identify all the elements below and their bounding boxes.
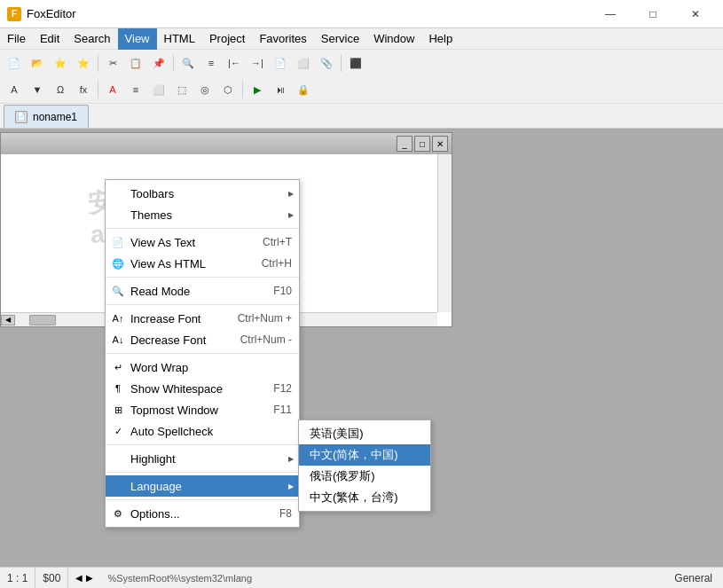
increase-font-shortcut: Ctrl+Num + bbox=[238, 312, 292, 325]
language-submenu: 英语(美国) 中文(简体，中国) 俄语(俄罗斯) 中文(繁体，台湾) bbox=[298, 419, 431, 512]
path-label: %SystemRoot%\system32\mlang bbox=[107, 573, 252, 584]
close-button[interactable]: ✕ bbox=[675, 1, 716, 27]
tb-b8[interactable]: 📄 bbox=[270, 52, 291, 74]
lang-chinese-simplified-label: 中文(简体，中国) bbox=[310, 447, 398, 463]
tb2-b2[interactable]: ▼ bbox=[27, 79, 48, 100]
tb-b5[interactable]: ≡ bbox=[200, 52, 222, 74]
menu-view-as-text[interactable]: 📄 View As Text Ctrl+T bbox=[106, 231, 299, 253]
menu-language[interactable]: Language bbox=[106, 475, 299, 497]
menu-highlight[interactable]: Highlight bbox=[106, 448, 299, 469]
editor-content[interactable] bbox=[1, 154, 452, 161]
menu-read-mode[interactable]: 🔍 Read Mode F10 bbox=[106, 280, 299, 302]
lang-chinese-traditional-label: 中文(繁体，台湾) bbox=[310, 490, 398, 506]
themes-label: Themes bbox=[130, 208, 172, 222]
menu-themes[interactable]: Themes bbox=[106, 204, 299, 225]
menu-help[interactable]: Help bbox=[421, 28, 460, 50]
menu-topmost-window[interactable]: ⊞ Topmost Window F11 bbox=[106, 399, 299, 420]
editor-scrollbar-right[interactable] bbox=[437, 154, 452, 312]
tb2-b10[interactable]: ⬡ bbox=[217, 79, 239, 100]
menu-word-wrap[interactable]: ↵ Word Wrap bbox=[106, 357, 299, 378]
main-area: _ □ ✕ ◀ 安下载 anxz.com Toolbars bbox=[0, 129, 723, 567]
tb2-lock[interactable]: 🔒 bbox=[293, 79, 314, 100]
tb2-color[interactable]: A bbox=[102, 79, 123, 100]
menu-search[interactable]: Search bbox=[67, 28, 117, 50]
options-label: Options... bbox=[130, 507, 180, 521]
tb-cut[interactable]: ✂ bbox=[102, 52, 123, 74]
menu-increase-font[interactable]: A↑ Increase Font Ctrl+Num + bbox=[106, 308, 299, 329]
window-controls: — □ ✕ bbox=[590, 1, 716, 27]
menu-html[interactable]: HTML bbox=[157, 28, 202, 50]
lang-english[interactable]: 英语(美国) bbox=[299, 423, 430, 444]
tb2-b6[interactable]: ≡ bbox=[125, 79, 146, 100]
menu-file[interactable]: File bbox=[0, 28, 33, 50]
menu-view-as-html[interactable]: 🌐 View As HTML Ctrl+H bbox=[106, 253, 299, 274]
menu-edit[interactable]: Edit bbox=[33, 28, 67, 50]
maximize-button[interactable]: □ bbox=[633, 1, 673, 27]
minimize-button[interactable]: — bbox=[590, 1, 631, 27]
word-wrap-icon: ↵ bbox=[111, 360, 125, 374]
lang-russian[interactable]: 俄语(俄罗斯) bbox=[299, 466, 430, 487]
toolbar-area: 📄 📂 ⭐ ⭐ ✂ 📋 📌 🔍 ≡ |← →| 📄 ⬜ 📎 ⬛ A ▼ Ω fx bbox=[0, 50, 723, 104]
lang-chinese-traditional[interactable]: 中文(繁体，台湾) bbox=[299, 487, 430, 508]
spellcheck-icon: ✓ bbox=[111, 424, 125, 438]
scroll-left-btn[interactable]: ◀ bbox=[1, 315, 15, 325]
tb2-b7[interactable]: ⬜ bbox=[148, 79, 169, 100]
status-path: %SystemRoot%\system32\mlang bbox=[100, 573, 664, 584]
menu-show-whitespace[interactable]: ¶ Show Whitespace F12 bbox=[106, 378, 299, 399]
tb-sep-2 bbox=[173, 54, 174, 72]
tb2-b9[interactable]: ◎ bbox=[194, 79, 216, 100]
tb2-b12[interactable]: ⏯ bbox=[270, 79, 291, 100]
editor-restore[interactable]: □ bbox=[414, 136, 430, 152]
view-html-icon: 🌐 bbox=[111, 256, 125, 270]
tb-star2[interactable]: ⭐ bbox=[73, 52, 94, 74]
word-wrap-label: Word Wrap bbox=[130, 361, 188, 374]
menu-window[interactable]: Window bbox=[366, 28, 421, 50]
scroll-thumb bbox=[29, 315, 56, 325]
nav-prev-btn[interactable]: ◀ bbox=[75, 573, 83, 583]
lang-russian-label: 俄语(俄罗斯) bbox=[310, 468, 375, 484]
tb-b10[interactable]: 📎 bbox=[316, 52, 337, 74]
tb-b9[interactable]: ⬜ bbox=[293, 52, 314, 74]
tb-save[interactable]: ⭐ bbox=[50, 52, 71, 74]
menu-options[interactable]: ⚙ Options... F8 bbox=[106, 503, 299, 524]
tb-find[interactable]: 🔍 bbox=[177, 52, 199, 74]
status-hex: $00 bbox=[35, 568, 68, 588]
editor-minimize[interactable]: _ bbox=[397, 136, 413, 152]
menu-decrease-font[interactable]: A↓ Decrease Font Ctrl+Num - bbox=[106, 329, 299, 350]
lang-chinese-simplified[interactable]: 中文(简体，中国) bbox=[299, 444, 430, 466]
decrease-font-label: Decrease Font bbox=[130, 333, 206, 347]
language-label: Language bbox=[130, 480, 182, 493]
tb-new[interactable]: 📄 bbox=[4, 52, 25, 74]
tb2-b1[interactable]: A bbox=[4, 79, 25, 100]
topmost-window-label: Topmost Window bbox=[130, 404, 218, 417]
menu-service[interactable]: Service bbox=[314, 28, 366, 50]
menu-project[interactable]: Project bbox=[202, 28, 252, 50]
dropdown-section-3: 🔍 Read Mode F10 bbox=[106, 278, 299, 305]
tb-copy[interactable]: 📋 bbox=[125, 52, 146, 74]
app-title: FoxEditor bbox=[27, 7, 76, 20]
title-bar-left: F FoxEditor bbox=[7, 7, 76, 21]
tb2-sep-1 bbox=[98, 81, 98, 98]
view-as-text-label: View As Text bbox=[130, 236, 195, 249]
menu-view[interactable]: View bbox=[118, 28, 157, 50]
tb2-b8[interactable]: ⬚ bbox=[171, 79, 193, 100]
tb2-b4[interactable]: fx bbox=[73, 79, 94, 100]
editor-close[interactable]: ✕ bbox=[432, 136, 448, 152]
tb2-b3[interactable]: Ω bbox=[50, 79, 71, 100]
menu-favorites[interactable]: Favorites bbox=[252, 28, 313, 50]
dropdown-section-6: Highlight bbox=[106, 445, 299, 473]
tab-noname1[interactable]: 📄 noname1 bbox=[4, 105, 89, 128]
tb2-play[interactable]: ▶ bbox=[247, 79, 268, 100]
editor-controls: _ □ ✕ bbox=[397, 136, 448, 152]
view-text-icon: 📄 bbox=[111, 235, 125, 249]
tb-paste[interactable]: 📌 bbox=[148, 52, 169, 74]
menu-auto-spellcheck[interactable]: ✓ Auto Spellcheck bbox=[106, 420, 299, 442]
title-bar: F FoxEditor — □ ✕ bbox=[0, 0, 723, 28]
nav-next-btn[interactable]: ▶ bbox=[86, 573, 93, 583]
menu-toolbars[interactable]: Toolbars bbox=[106, 183, 299, 204]
tb-b7[interactable]: →| bbox=[247, 52, 268, 74]
tb-open[interactable]: 📂 bbox=[27, 52, 48, 74]
status-bar: 1 : 1 $00 ◀ ▶ %SystemRoot%\system32\mlan… bbox=[0, 567, 723, 588]
tb-b11[interactable]: ⬛ bbox=[345, 52, 366, 74]
tb-b6[interactable]: |← bbox=[224, 52, 245, 74]
